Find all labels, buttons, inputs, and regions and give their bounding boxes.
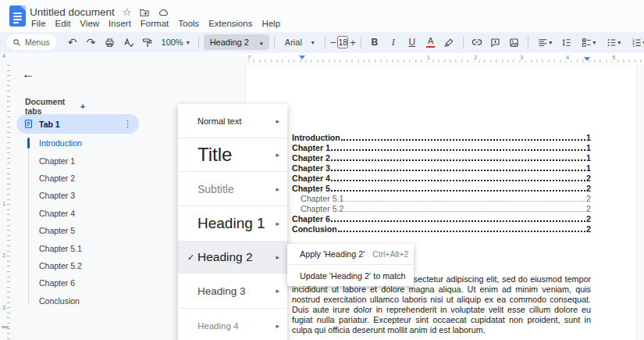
image-icon — [508, 37, 520, 48]
style-menu-item[interactable]: ✓ Heading 1 ▸ — [178, 206, 287, 242]
docs-app-icon[interactable] — [9, 5, 26, 27]
outline-item[interactable]: Chapter 4 — [16, 205, 139, 222]
spell-check-button[interactable] — [120, 34, 137, 50]
style-menu-item[interactable]: ✓ Heading 3 ▸ — [178, 274, 287, 309]
italic-button[interactable]: I — [385, 34, 402, 50]
checklist-button[interactable]: ▾ — [577, 34, 600, 50]
outline-item[interactable]: Conclusion — [16, 292, 139, 310]
chevron-down-icon: ▾ — [617, 39, 621, 46]
outline-item[interactable]: Chapter 1 — [16, 152, 139, 169]
toolbar: Menus ↶ ↷ 100% ▾ Heading 2 ▴ — [0, 32, 644, 52]
font-size-input[interactable]: 18 — [337, 36, 348, 48]
toc-leader-dots — [341, 139, 585, 141]
outline-item[interactable]: Introduction — [16, 134, 139, 152]
document-title[interactable]: Untitled document — [30, 6, 115, 18]
toc-row[interactable]: Chapter 5.1 2 — [292, 193, 591, 203]
style-menu-item[interactable]: ✓ Subtitle ▸ — [178, 172, 287, 206]
toc-row[interactable]: Chapter 4 2 — [292, 173, 591, 183]
submenu-arrow-icon: ▸ — [276, 117, 279, 125]
decrease-font-size-button[interactable]: − — [330, 37, 336, 48]
zoom-select[interactable]: 100% ▾ — [158, 38, 194, 47]
toolbar-separator — [325, 37, 326, 48]
toc-leader-dots — [331, 170, 585, 171]
right-indent-marker[interactable] — [584, 57, 590, 61]
toolbar-separator — [274, 37, 275, 48]
add-comment-button[interactable] — [487, 34, 504, 50]
menu-bar-item[interactable]: Extensions — [204, 18, 257, 29]
menu-bar-item[interactable]: Edit — [51, 18, 76, 29]
toc-row[interactable]: Chapter 5 2 — [292, 183, 591, 193]
toc-row[interactable]: Chapter 2 1 — [292, 152, 591, 163]
submenu-arrow-icon: ▸ — [276, 185, 279, 193]
toc-leader-dots — [344, 211, 585, 212]
horizontal-ruler[interactable]: 1234567 — [245, 53, 644, 63]
toc-row[interactable]: Chapter 1 1 — [292, 142, 591, 152]
highlight-color-button[interactable] — [441, 34, 458, 50]
text-color-swatch — [426, 46, 435, 48]
spell-check-icon — [123, 37, 134, 48]
menu-bar: FileEditViewInsertFormatToolsExtensionsH… — [27, 18, 285, 29]
update-heading2-item[interactable]: Update 'Heading 2' to match — [287, 265, 414, 286]
menu-bar-item[interactable]: Tools — [173, 18, 204, 29]
print-button[interactable] — [101, 34, 119, 50]
menu-bar-item[interactable]: File — [27, 18, 51, 29]
toc-row[interactable]: Chapter 6 2 — [292, 213, 591, 224]
chevron-down-icon: ▾ — [592, 39, 596, 46]
line-spacing-button[interactable] — [558, 34, 575, 50]
redo-button[interactable]: ↷ — [83, 34, 100, 50]
undo-button[interactable]: ↶ — [64, 34, 81, 50]
insert-image-button[interactable] — [506, 34, 523, 50]
menu-bar-item[interactable]: Insert — [104, 18, 136, 29]
star-icon[interactable]: ☆ — [123, 7, 132, 17]
move-folder-icon[interactable] — [139, 7, 150, 18]
paint-format-button[interactable] — [139, 34, 156, 50]
cloud-status-icon[interactable] — [158, 7, 169, 18]
style-menu-item[interactable]: ✓ Title ▸ — [178, 138, 287, 172]
chevron-up-icon: ▴ — [260, 39, 263, 46]
underline-button[interactable]: U — [404, 34, 421, 50]
style-menu-item[interactable]: ✓ Heading 2 ▸ — [178, 242, 287, 274]
style-menu-item[interactable]: ✓ Normal text ▸ — [178, 104, 287, 138]
paragraph-style-select[interactable]: Heading 2 ▴ — [204, 34, 269, 50]
add-tab-button[interactable]: + — [80, 102, 136, 111]
apply-heading2-item[interactable]: Apply 'Heading 2' Ctrl+Alt+2 — [287, 244, 414, 265]
chevron-down-icon: ▾ — [187, 39, 190, 46]
toc-row[interactable]: Introduction 1 — [292, 132, 591, 142]
outline-item[interactable]: Chapter 2 — [16, 170, 139, 187]
line-spacing-icon — [560, 37, 572, 48]
menu-bar-item[interactable]: Help — [257, 18, 285, 29]
submenu-arrow-icon: ▸ — [276, 253, 279, 261]
toc-row[interactable]: Chapter 3 1 — [292, 163, 591, 173]
bold-button[interactable]: B — [366, 34, 383, 50]
menu-bar-item[interactable]: View — [75, 18, 104, 29]
increase-font-size-button[interactable]: + — [350, 37, 356, 48]
outline-item[interactable]: Chapter 6 — [16, 274, 139, 292]
font-family-select[interactable]: Arial ▾ — [279, 38, 320, 47]
document-page[interactable]: Introduction 1 Chapter 1 1 Chapter 2 1 — [245, 65, 637, 340]
numbered-list-button[interactable]: 1 2 3 ▾ — [627, 34, 644, 50]
outline-item[interactable]: Chapter 5.2 — [16, 257, 139, 274]
tabs-and-outline-panel: ← Document tabs + Tab 1 ⋮ Introduction — [16, 52, 139, 340]
bulleted-list-button[interactable]: ▾ — [602, 34, 625, 50]
style-menu-item[interactable]: ✓ Heading 4 ▸ — [178, 309, 287, 340]
toc-row[interactable]: Chapter 5.2 2 — [292, 203, 591, 213]
tab-options-icon[interactable]: ⋮ — [123, 119, 132, 129]
align-button[interactable]: ▾ — [533, 34, 557, 50]
horizontal-ruler-number: 5 — [610, 54, 617, 61]
toolbar-separator — [361, 37, 361, 48]
table-of-contents[interactable]: Introduction 1 Chapter 1 1 Chapter 2 1 — [292, 132, 591, 234]
toc-row[interactable]: Conclusion 2 — [292, 224, 591, 234]
left-indent-marker[interactable] — [298, 55, 306, 59]
close-panel-button[interactable]: ← — [22, 68, 34, 81]
outline-item[interactable]: Chapter 5 — [16, 222, 139, 239]
outline-item[interactable]: Chapter 5.1 — [16, 239, 139, 256]
tab-item-tab1[interactable]: Tab 1 ⋮ — [16, 114, 139, 134]
insert-link-button[interactable] — [468, 34, 486, 50]
text-color-button[interactable]: A — [422, 34, 439, 50]
vertical-ruler[interactable]: 1234 — [0, 52, 14, 340]
outline-item[interactable]: Chapter 3 — [16, 187, 139, 204]
google-docs-window: Untitled document ☆ FileEditViewInsertFo… — [0, 0, 644, 340]
menu-bar-item[interactable]: Format — [136, 18, 173, 29]
menus-search-button[interactable]: Menus — [6, 34, 56, 50]
horizontal-ruler-number: 3 — [518, 54, 525, 61]
